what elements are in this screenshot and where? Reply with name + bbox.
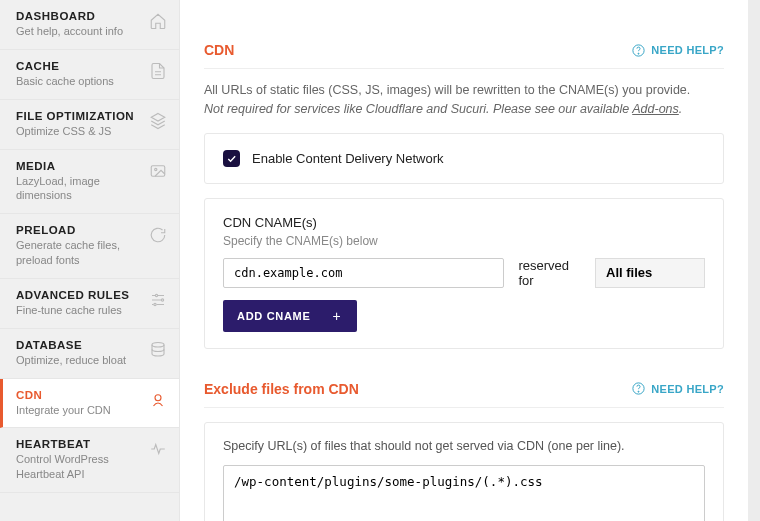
- image-icon: [149, 162, 167, 180]
- reserved-for-label: reserved for: [518, 258, 581, 288]
- stack-icon: [149, 112, 167, 130]
- sidebar-item-file-optimization[interactable]: FILE OPTIMIZATION Optimize CSS & JS: [0, 100, 179, 150]
- database-icon: [149, 341, 167, 359]
- svg-point-6: [155, 394, 161, 400]
- need-help-label: NEED HELP?: [651, 44, 724, 56]
- nav-title: PRELOAD: [16, 224, 143, 236]
- document-icon: [149, 62, 167, 80]
- cdn-cname-panel: CDN CNAME(s) Specify the CNAME(s) below …: [204, 198, 724, 349]
- nav-subtitle: Generate cache files, preload fonts: [16, 238, 143, 268]
- sidebar-item-cache[interactable]: CACHE Basic cache options: [0, 50, 179, 100]
- need-help-link[interactable]: NEED HELP?: [631, 43, 724, 58]
- nav-subtitle: Control WordPress Heartbeat API: [16, 452, 143, 482]
- svg-point-3: [161, 299, 163, 301]
- svg-point-10: [638, 391, 639, 392]
- sidebar-item-heartbeat[interactable]: HEARTBEAT Control WordPress Heartbeat AP…: [0, 428, 179, 493]
- nav-title: CDN: [16, 389, 143, 401]
- cname-field-label: CDN CNAME(s): [223, 215, 705, 230]
- nav-title: MEDIA: [16, 160, 143, 172]
- nav-subtitle: Integrate your CDN: [16, 403, 143, 418]
- heartbeat-icon: [149, 440, 167, 458]
- home-icon: [149, 12, 167, 30]
- cdn-desc-line2a: Not required for services like Cloudflar…: [204, 102, 632, 116]
- nav-title: HEARTBEAT: [16, 438, 143, 450]
- svg-rect-0: [151, 165, 165, 176]
- nav-title: CACHE: [16, 60, 143, 72]
- settings-sidebar: DASHBOARD Get help, account info CACHE B…: [0, 0, 180, 521]
- nav-title: DATABASE: [16, 339, 143, 351]
- need-help-link[interactable]: NEED HELP?: [631, 381, 724, 396]
- cdn-desc-line1: All URLs of static files (CSS, JS, image…: [204, 81, 724, 100]
- plus-icon: +: [333, 309, 342, 323]
- svg-point-2: [155, 294, 157, 296]
- add-cname-button[interactable]: ADD CNAME +: [223, 300, 357, 332]
- need-help-label: NEED HELP?: [651, 383, 724, 395]
- svg-point-8: [638, 53, 639, 54]
- exclude-section-title: Exclude files from CDN: [204, 381, 359, 397]
- exclude-desc: Specify URL(s) of files that should not …: [223, 439, 705, 453]
- sidebar-item-dashboard[interactable]: DASHBOARD Get help, account info: [0, 0, 179, 50]
- sidebar-item-cdn[interactable]: CDN Integrate your CDN: [0, 379, 179, 429]
- nav-subtitle: Optimize CSS & JS: [16, 124, 143, 139]
- nav-subtitle: Get help, account info: [16, 24, 143, 39]
- cdn-section-title: CDN: [204, 42, 234, 58]
- nav-subtitle: Fine-tune cache rules: [16, 303, 143, 318]
- cname-input[interactable]: [223, 258, 504, 288]
- nav-subtitle: Basic cache options: [16, 74, 143, 89]
- enable-cdn-label: Enable Content Delivery Network: [252, 151, 443, 166]
- exclude-panel: Specify URL(s) of files that should not …: [204, 422, 724, 522]
- svg-point-1: [155, 168, 157, 170]
- enable-cdn-checkbox[interactable]: [223, 150, 240, 167]
- help-icon: [631, 381, 646, 396]
- sliders-icon: [149, 291, 167, 309]
- nav-title: ADVANCED RULES: [16, 289, 143, 301]
- check-icon: [226, 153, 237, 164]
- help-icon: [631, 43, 646, 58]
- svg-point-5: [152, 342, 164, 347]
- nav-subtitle: Optimize, reduce bloat: [16, 353, 143, 368]
- exclude-section-header: Exclude files from CDN NEED HELP?: [204, 367, 724, 408]
- sidebar-item-database[interactable]: DATABASE Optimize, reduce bloat: [0, 329, 179, 379]
- exclude-textarea[interactable]: [223, 465, 705, 522]
- addons-link[interactable]: Add-ons: [632, 102, 679, 116]
- cdn-section-header: CDN NEED HELP?: [204, 28, 724, 69]
- main-content: CDN NEED HELP? All URLs of static files …: [180, 0, 748, 521]
- cdn-desc-line2c: .: [679, 102, 682, 116]
- nav-title: FILE OPTIMIZATION: [16, 110, 143, 122]
- cdn-icon: [149, 391, 167, 409]
- nav-title: DASHBOARD: [16, 10, 143, 22]
- sidebar-item-media[interactable]: MEDIA LazyLoad, image dimensions: [0, 150, 179, 215]
- right-gutter: [748, 0, 760, 521]
- nav-subtitle: LazyLoad, image dimensions: [16, 174, 143, 204]
- svg-point-4: [154, 303, 156, 305]
- cname-field-hint: Specify the CNAME(s) below: [223, 234, 705, 248]
- enable-cdn-panel: Enable Content Delivery Network: [204, 133, 724, 184]
- refresh-icon: [149, 226, 167, 244]
- filetype-select[interactable]: All files: [595, 258, 705, 288]
- sidebar-item-preload[interactable]: PRELOAD Generate cache files, preload fo…: [0, 214, 179, 279]
- cdn-description: All URLs of static files (CSS, JS, image…: [204, 81, 724, 119]
- add-cname-label: ADD CNAME: [237, 310, 311, 322]
- sidebar-item-advanced-rules[interactable]: ADVANCED RULES Fine-tune cache rules: [0, 279, 179, 329]
